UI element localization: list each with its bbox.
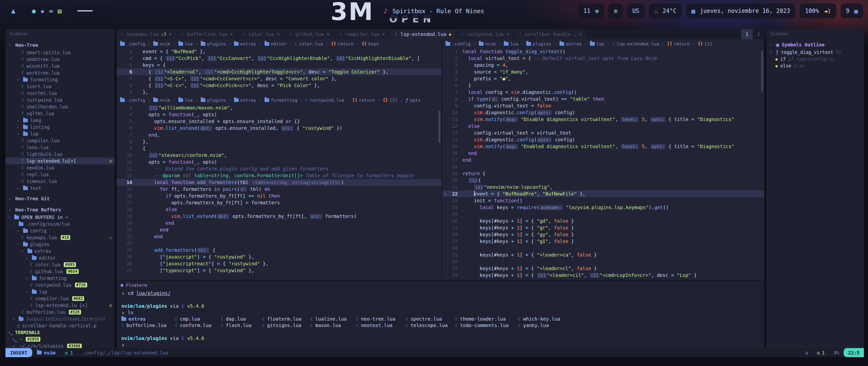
tab-compiler-lua[interactable]: ☾compiler.lua× [335,29,390,39]
tree-item[interactable]: ☾worktree.lua [5,69,115,76]
breadcrumb-item[interactable]: nvim [153,41,170,46]
tab-close-icon[interactable]: × [579,31,582,37]
link-icon[interactable]: ∞ [49,8,53,14]
code-area[interactable]: 3 event = { "BufRead" }, 4 cmd = { [1]"C… [117,48,441,96]
breadcrumb-item[interactable]: plugins [201,41,226,46]
tree-item[interactable]: ▾plugins [5,241,115,248]
code-line[interactable]: 21 [1]"neovim/nvim-lspconfig", [442,184,764,190]
breadcrumb-item[interactable]: nvim [153,98,170,103]
code-line[interactable]: 14 local function add_formatters(tbl :ta… [117,179,441,186]
breadcrumb-item[interactable]: extras [234,41,256,46]
launcher-button[interactable]: ▲ [5,3,22,18]
tab-close-icon[interactable]: × [327,31,330,37]
tree-item[interactable]: ▸linting [5,124,115,130]
tree-item[interactable]: ›_TERMINALS [5,329,115,336]
tab-close-icon[interactable]: × [169,31,172,37]
tab-color-lua[interactable]: ☾color.lua× [238,29,285,39]
volume-widget[interactable]: 100%◄) [800,3,836,18]
breadcrumb-item[interactable]: {}keys [362,41,379,46]
code-line[interactable]: 18 else [117,206,441,213]
apps-icon[interactable]: ◈ [40,8,44,14]
tree-item[interactable]: ▾.config/nvim/lua [5,221,115,227]
tab-bufferline-lua[interactable]: ☾bufferline.lua× [177,29,238,39]
code-line[interactable]: 22 end [117,233,441,240]
breadcrumb-item[interactable]: editor [264,41,287,46]
code-line[interactable]: 24 add_formatters(tbl: { [117,247,441,253]
breadcrumb-item[interactable]: {}[2] [383,98,397,103]
code-line[interactable]: 9 }, [117,89,441,96]
tree-item[interactable]: ☾undotree.lua [5,56,115,63]
code-line[interactable]: 3 event = { "BufRead" }, [117,48,441,55]
tabpage-2[interactable]: 2 [753,29,764,39]
code-line[interactable]: 5 keys = { [117,62,441,68]
breadcrumb-item[interactable]: ƒopts [406,98,420,103]
breadcrumb-item[interactable]: ☾rustywind.lua [305,98,344,103]
code-line[interactable]: 31 keys[#keys + 1] = { "<leader>ca", fal… [442,251,764,258]
code-area[interactable]: 3 [1]"williamboman/mason.nvim", 4 opts =… [117,104,441,274]
tab-close-icon[interactable]: × [506,31,509,37]
tree-item[interactable]: ☾shellharden.lua [5,103,115,110]
breadcrumb-item[interactable]: lsp [590,41,604,46]
outline-item[interactable]: ▾ƒtoggle_diag_virtextfu [766,49,864,56]
code-line[interactable]: 25 ["javascript"] = { "rustywind" }, [117,253,441,260]
code-line[interactable]: ◎22 event = { "BufReadPre", "BufNewFile"… [442,190,764,197]
code-line[interactable]: 10 [1]"stevearc/conform.nvim", [117,152,441,159]
editor-pane-color-lua[interactable]: .config›nvim›lua›plugins›extras›editor›☾… [117,39,441,96]
code-line[interactable]: 2 local virtual_text = { -- Default virt… [442,55,764,62]
tree-item[interactable]: ▸test [5,185,115,191]
tab-github-lua[interactable]: ☾github.lua× [285,29,335,39]
breadcrumb-item[interactable]: plugins [201,98,226,103]
code-line[interactable]: 34 keys[#keys + 1] = { [1]"<leader>cil",… [442,272,764,279]
code-line[interactable]: 25 [442,211,764,218]
tab-rustywind-lua[interactable]: ☾rustywind.lua× [456,29,514,39]
tree-item[interactable]: ▾editor [5,255,115,261]
breadcrumb-item[interactable]: .config [120,41,145,46]
code-line[interactable]: 6 { [1]"<leader>uC", [2]"<cmd>CccHighlig… [117,68,441,75]
code-line[interactable]: 11 vim.notify(msg: "Disable diagnostics … [442,116,764,123]
code-line[interactable]: 4 source = "if_many", [442,68,764,75]
scratchpad-widget[interactable] [72,3,112,18]
tree-item[interactable]: ☾lightbulb.lua [5,151,115,158]
tree-item[interactable]: ☾rustywind.lua [5,97,115,103]
scrollbar[interactable] [438,110,440,143]
tree-item[interactable]: ▾lsp [5,130,115,137]
tree-item[interactable]: ▾formatting [5,275,115,282]
code-line[interactable]: 27 keys[#keys + 1] = { "gr", false } [442,224,764,231]
code-line[interactable]: 12 else [442,123,764,129]
code-line[interactable]: 8 if type(v: config.virtual_text) == "ta… [442,96,764,102]
tree-item[interactable]: ☾lsp-extended.lu [+]◎ [5,302,115,309]
code-line[interactable]: 14 vim.diagnostic.config(opts: config) [442,136,764,143]
breadcrumb-item[interactable]: plugins [526,41,551,46]
code-line[interactable]: 3 spacing = 4, [442,62,764,68]
tree-item[interactable]: ☾bufferline.lua#328 [5,309,115,316]
tree-item[interactable]: ☾compiler.lua#682 [5,295,115,302]
outline-item[interactable]: ◆elseelse [766,62,864,69]
tab-scrollbar-handle-[interactable]: ☾scrollbar-handle-…× [514,29,587,39]
code-line[interactable]: 6 } [442,82,764,89]
code-line[interactable]: 24 local keys = require(modname: "lazyvi… [442,204,764,211]
tree-item[interactable]: ☾keymaps.lua#10⚠ [5,234,115,241]
keyboard-layout-widget[interactable]: US [627,3,645,18]
breadcrumb-item[interactable]: lua [178,41,193,46]
code-line[interactable]: 17 opts.formatters_by_ft[ft] = formatter… [117,199,441,206]
code-line[interactable]: 5 opts.ensure_installed = opts.ensure_in… [117,118,441,125]
code-line[interactable]: 23 [117,240,441,247]
code-line[interactable]: 3 [1]"williamboman/mason.nvim", [117,104,441,111]
section-header-neo-tree[interactable]: ▾Neo-Tree [5,41,115,49]
tabpage-1[interactable]: 1 [741,29,753,39]
breadcrumb-item[interactable]: ☾lsp-extended.lua [612,41,659,46]
tree-item[interactable]: ▾formatting [5,76,115,83]
breadcrumb-item[interactable]: nvim [479,41,496,46]
code-line[interactable]: 4 cmd = { [1]"CccPick", [2]"CccConvert",… [117,55,441,62]
code-line[interactable]: 12 --- Extend the conform plugin config … [117,165,441,172]
tab-close-icon[interactable]: × [277,31,280,37]
code-line[interactable]: 15 for ft, formatters in pairs(t: tbl) d… [117,186,441,192]
breadcrumb-item[interactable]: .config [446,41,471,46]
code-line[interactable]: 26 ["javascriptreact"] = { "rustywind" }… [117,260,441,267]
code-area[interactable]: 1local function toggle_diag_virtext() 2 … [442,48,764,279]
breadcrumb-item[interactable]: lua [178,98,193,103]
editor-pane-rustywind-lua[interactable]: .config›nvim›lua›plugins›extras›formatti… [117,96,441,280]
code-line[interactable]: 16 if opts.formatters_by_ft[ft] == nil t… [117,192,441,199]
tab-lsp-extended-lua[interactable]: ☾lsp-extended.lua● [390,29,456,39]
code-line[interactable]: 27 ["typescript"] = { "rustywind" }, [117,267,441,274]
